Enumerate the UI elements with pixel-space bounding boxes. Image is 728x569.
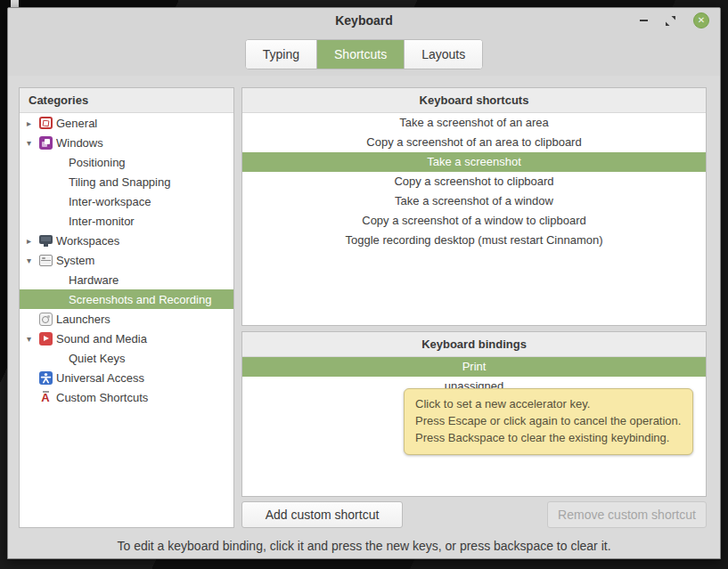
tooltip-line: Press Backspace to clear the existing ke…: [415, 430, 682, 447]
tab-typing[interactable]: Typing: [246, 40, 317, 69]
category-item-custom-shortcuts[interactable]: Custom Shortcuts: [20, 387, 233, 407]
category-label: General: [56, 117, 97, 130]
category-item-system[interactable]: ▾System: [20, 250, 233, 270]
binding-item-print[interactable]: Print: [242, 357, 706, 377]
category-label: Screenshots and Recording: [69, 293, 211, 306]
expander-expanded-icon[interactable]: ▾: [27, 334, 38, 344]
tab-group: TypingShortcutsLayouts: [245, 39, 483, 69]
category-label: Tiling and Snapping: [69, 175, 170, 189]
status-text: To edit a keyboard binding, click it and…: [8, 539, 720, 553]
category-item-workspaces[interactable]: ▸Workspaces: [20, 231, 233, 250]
category-label: Windows: [56, 136, 103, 150]
category-item-sound-and-media[interactable]: ▾Sound and Media: [20, 329, 233, 348]
category-label: Quiet Keys: [69, 352, 126, 365]
keyboard-settings-window: Keyboard ✕ TypingShortcutsLayouts Catego…: [7, 7, 721, 559]
launchers-icon: [38, 312, 53, 326]
category-item-universal-access[interactable]: Universal Access: [20, 368, 233, 387]
shortcut-item-take-a-screenshot[interactable]: Take a screenshot: [242, 152, 706, 172]
category-item-general[interactable]: ▸General: [20, 113, 233, 133]
desktop-notch: [11, 0, 19, 7]
category-item-tiling-and-snapping[interactable]: Tiling and Snapping: [20, 172, 233, 191]
shortcut-item-copy-a-screenshot-of-an-area-to-clipboard[interactable]: Copy a screenshot of an area to clipboar…: [242, 133, 706, 152]
desktop: { "window": { "title": "Keyboard" }, "ti…: [0, 0, 728, 569]
category-label: Inter-monitor: [69, 215, 135, 228]
keyboard-shortcuts-list: Take a screenshot of an areaCopy a scree…: [242, 113, 706, 250]
category-item-inter-monitor[interactable]: Inter-monitor: [20, 211, 233, 231]
category-label: Inter-workspace: [69, 195, 151, 208]
shortcut-item-copy-a-screenshot-to-clipboard[interactable]: Copy a screenshot to clipboard: [242, 172, 706, 191]
keyboard-shortcuts-panel: Keyboard shortcuts Take a screenshot of …: [241, 87, 707, 326]
tooltip-line: Click to set a new accelerator key.: [415, 396, 682, 413]
shortcut-item-toggle-recording-desktop-must-restart-cinnamon[interactable]: Toggle recording desktop (must restart C…: [242, 231, 706, 250]
expander-expanded-icon[interactable]: ▾: [27, 138, 38, 148]
custom-shortcuts-icon: [38, 390, 53, 404]
tab-layouts[interactable]: Layouts: [405, 40, 482, 69]
shortcut-item-copy-a-screenshot-of-a-window-to-clipboard[interactable]: Copy a screenshot of a window to clipboa…: [242, 211, 706, 231]
category-item-inter-workspace[interactable]: Inter-workspace: [20, 191, 233, 211]
tooltip-line: Press Escape or click again to cancel th…: [415, 413, 682, 430]
category-label: Launchers: [56, 313, 110, 326]
tab-shortcuts[interactable]: Shortcuts: [317, 40, 405, 69]
category-label: Universal Access: [56, 371, 144, 385]
category-label: Custom Shortcuts: [56, 391, 148, 404]
category-label: Workspaces: [56, 234, 119, 248]
expander-expanded-icon[interactable]: ▾: [27, 256, 38, 265]
category-label: System: [56, 254, 94, 267]
expander-collapsed-icon[interactable]: ▸: [27, 118, 38, 128]
category-item-positioning[interactable]: Positioning: [20, 152, 233, 172]
universal-access-icon: [38, 370, 53, 385]
expander-collapsed-icon[interactable]: ▸: [27, 236, 38, 246]
window-controls: ✕: [640, 8, 709, 33]
category-label: Positioning: [69, 156, 126, 169]
keyboard-bindings-header: Keyboard bindings: [242, 332, 706, 357]
window-title: Keyboard: [8, 8, 720, 33]
sound-media-icon: [38, 331, 53, 345]
categories-panel: Categories ▸General▾WindowsPositioningTi…: [19, 87, 234, 528]
tab-strip: TypingShortcutsLayouts: [8, 33, 720, 76]
keybinding-tooltip: Click to set a new accelerator key.Press…: [404, 388, 693, 455]
category-item-windows[interactable]: ▾Windows: [20, 133, 233, 152]
category-item-launchers[interactable]: Launchers: [20, 309, 233, 329]
category-label: Sound and Media: [56, 332, 147, 345]
titlebar: Keyboard ✕: [8, 8, 720, 33]
categories-header: Categories: [20, 88, 233, 113]
category-item-quiet-keys[interactable]: Quiet Keys: [20, 348, 233, 368]
close-icon[interactable]: ✕: [693, 12, 709, 28]
shortcut-item-take-a-screenshot-of-a-window[interactable]: Take a screenshot of a window: [242, 191, 706, 211]
category-item-hardware[interactable]: Hardware: [20, 270, 233, 289]
system-icon: [38, 253, 53, 267]
category-item-screenshots-and-recording[interactable]: Screenshots and Recording: [20, 289, 233, 309]
remove-custom-shortcut-button: Remove custom shortcut: [547, 501, 707, 528]
workspaces-icon: [38, 233, 53, 248]
restore-icon[interactable]: [666, 16, 675, 26]
add-custom-shortcut-button[interactable]: Add custom shortcut: [241, 501, 403, 528]
keyboard-shortcuts-header: Keyboard shortcuts: [242, 88, 706, 113]
minimize-icon[interactable]: [640, 20, 648, 21]
shortcut-item-take-a-screenshot-of-an-area[interactable]: Take a screenshot of an area: [242, 113, 706, 133]
categories-tree: ▸General▾WindowsPositioningTiling and Sn…: [20, 113, 233, 407]
windows-icon: [38, 135, 53, 150]
category-label: Hardware: [69, 273, 119, 287]
general-icon: [38, 116, 53, 130]
